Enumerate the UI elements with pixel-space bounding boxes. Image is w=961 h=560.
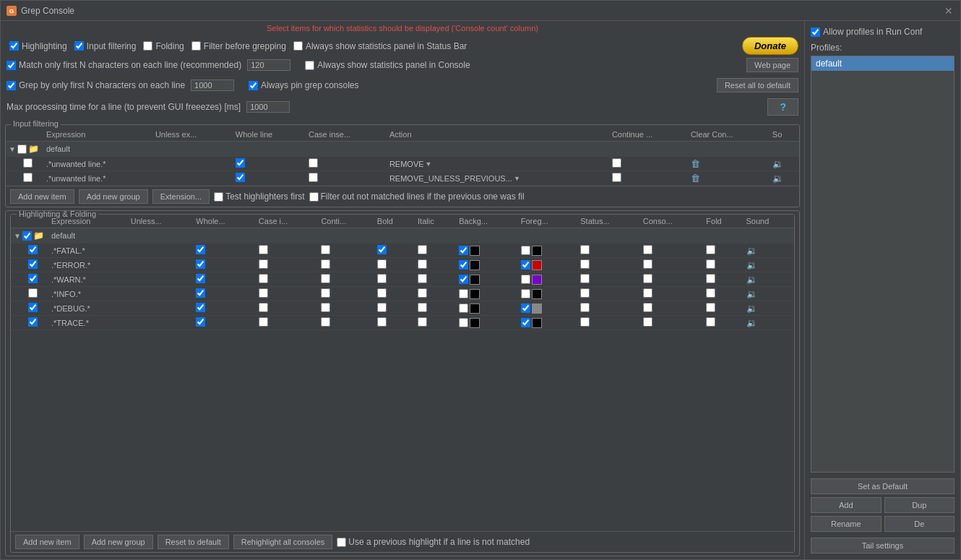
hl-fatal-bold[interactable] [377, 245, 387, 254]
hl-info-status[interactable] [580, 288, 590, 298]
hl-info-italic[interactable] [418, 288, 427, 298]
hl-warn-bg-swatch[interactable] [470, 275, 480, 285]
hl-info-whole[interactable] [196, 288, 205, 298]
hl-trace-console[interactable] [643, 317, 652, 327]
rename-profile-button[interactable]: Rename [811, 516, 882, 532]
hl-debug-bg-swatch[interactable] [470, 303, 480, 314]
donate-button[interactable]: Donate [742, 37, 798, 55]
profile-default[interactable]: default [811, 56, 954, 71]
tab-always-show-status[interactable]: Always show statistics panel in Status B… [290, 40, 470, 53]
hl-info-fg-checkbox[interactable] [521, 289, 530, 298]
hl-fatal-whole[interactable] [196, 245, 205, 254]
hl-info-fg-label[interactable] [521, 289, 572, 299]
dup-profile-button[interactable]: Dup [884, 497, 955, 513]
hl-error-bg-swatch[interactable] [470, 260, 480, 270]
if-test-highlighters-checkbox[interactable] [214, 192, 223, 202]
hl-fatal-bg-label[interactable] [459, 246, 512, 256]
hl-trace-bg-swatch[interactable] [470, 318, 480, 328]
hl-warn-sound-icon[interactable]: 🔉 [746, 275, 757, 285]
hl-group-checkbox[interactable] [22, 231, 32, 241]
hl-trace-fg-label[interactable] [521, 318, 572, 328]
profile-list[interactable]: default [811, 56, 954, 473]
if-test-highlighters-label[interactable]: Test highlighters first [214, 191, 304, 202]
always-pin-label[interactable]: Always pin grep consoles [249, 80, 358, 90]
close-button[interactable]: ✕ [944, 6, 954, 16]
highlighting-checkbox[interactable] [9, 41, 19, 51]
tab-highlighting[interactable]: Highlighting [7, 40, 70, 53]
hl-fatal-bg-swatch[interactable] [470, 246, 480, 256]
hl-rehighlight-button[interactable]: Rehighlight all consoles [233, 535, 333, 549]
reset-all-button[interactable]: Reset all to default [717, 78, 798, 92]
input-filtering-checkbox[interactable] [74, 41, 84, 51]
if-row2-whole[interactable] [236, 173, 245, 182]
if-row2-delete-icon[interactable]: 🗑 [691, 173, 700, 184]
hl-debug-sound-icon[interactable]: 🔉 [746, 303, 757, 314]
hl-debug-case[interactable] [259, 303, 268, 312]
if-group-checkbox[interactable] [17, 145, 27, 154]
if-row1-case[interactable] [309, 158, 318, 168]
input-filter-table-container[interactable]: Expression Unless ex... Whole line Case … [6, 128, 799, 186]
hl-fatal-fg-swatch[interactable] [532, 246, 542, 256]
filter-before-grepping-checkbox[interactable] [191, 41, 201, 51]
tail-settings-button[interactable]: Tail settings [811, 538, 954, 553]
hl-fatal-checkbox[interactable] [28, 245, 38, 254]
hl-trace-checkbox[interactable] [28, 317, 38, 327]
hl-trace-status[interactable] [580, 317, 590, 327]
allow-profiles-checkbox[interactable] [811, 27, 820, 37]
if-row1-whole[interactable] [236, 158, 245, 168]
hl-debug-checkbox[interactable] [28, 303, 38, 312]
hl-warn-conti[interactable] [321, 274, 330, 283]
hl-error-checkbox[interactable] [28, 259, 38, 269]
hl-fatal-italic[interactable] [418, 245, 427, 254]
hl-debug-fg-swatch[interactable] [532, 303, 542, 314]
hl-debug-fg-checkbox[interactable] [521, 303, 530, 313]
hl-warn-bold[interactable] [377, 274, 387, 283]
hl-trace-fg-checkbox[interactable] [521, 318, 530, 327]
hl-error-console[interactable] [643, 259, 652, 269]
folding-checkbox[interactable] [143, 41, 152, 51]
if-extension-button[interactable]: Extension... [152, 189, 210, 204]
if-row2-action[interactable]: REMOVE_UNLESS_PREVIOUS... ▼ [389, 174, 603, 183]
hl-trace-conti[interactable] [321, 317, 330, 327]
hl-error-whole[interactable] [196, 259, 205, 269]
hl-info-sound-icon[interactable]: 🔉 [746, 289, 757, 299]
hl-debug-italic[interactable] [418, 303, 427, 312]
hl-trace-sound-icon[interactable]: 🔉 [746, 318, 757, 328]
tab-filter-before-grepping[interactable]: Filter before grepping [189, 40, 289, 53]
hl-debug-status[interactable] [580, 303, 590, 312]
hl-fatal-fold[interactable] [706, 245, 715, 254]
hl-trace-bold[interactable] [377, 317, 387, 327]
hl-warn-fg-label[interactable] [521, 275, 572, 285]
always-show-console-label[interactable]: Always show statistics panel in Console [305, 60, 470, 70]
if-row1-continue[interactable] [612, 158, 621, 168]
hl-reset-button[interactable]: Reset to default [158, 535, 229, 549]
hl-group-chevron[interactable]: ▼ [14, 232, 21, 240]
hl-debug-fold[interactable] [706, 303, 715, 312]
match-first-n-checkbox[interactable] [7, 61, 16, 70]
hl-warn-whole[interactable] [196, 274, 205, 283]
hl-trace-fold[interactable] [706, 317, 715, 327]
if-row1-action[interactable]: REMOVE ▼ [389, 160, 603, 168]
hl-fatal-status[interactable] [580, 245, 590, 254]
hl-warn-console[interactable] [643, 274, 652, 283]
hl-error-fold[interactable] [706, 259, 715, 269]
hl-error-conti[interactable] [321, 259, 330, 269]
add-profile-button[interactable]: Add [811, 497, 882, 513]
hl-trace-bg-checkbox[interactable] [459, 318, 468, 327]
hl-trace-case[interactable] [259, 317, 268, 327]
hl-fatal-bg-checkbox[interactable] [459, 246, 468, 255]
hl-trace-fg-swatch[interactable] [532, 318, 542, 328]
web-page-button[interactable]: Web page [746, 58, 798, 72]
if-row2-continue[interactable] [612, 173, 621, 182]
always-show-console-checkbox[interactable] [305, 61, 314, 70]
hl-debug-conti[interactable] [321, 303, 330, 312]
hl-trace-italic[interactable] [418, 317, 427, 327]
if-add-item-button[interactable]: Add new item [10, 189, 74, 204]
hl-fatal-case[interactable] [259, 245, 268, 254]
if-row1-delete-icon[interactable]: 🗑 [691, 158, 700, 169]
hl-debug-whole[interactable] [196, 303, 205, 312]
hl-debug-fg-label[interactable] [521, 303, 572, 314]
match-first-n-input[interactable] [247, 59, 290, 71]
hl-warn-status[interactable] [580, 274, 590, 283]
hl-add-item-button[interactable]: Add new item [15, 535, 79, 549]
